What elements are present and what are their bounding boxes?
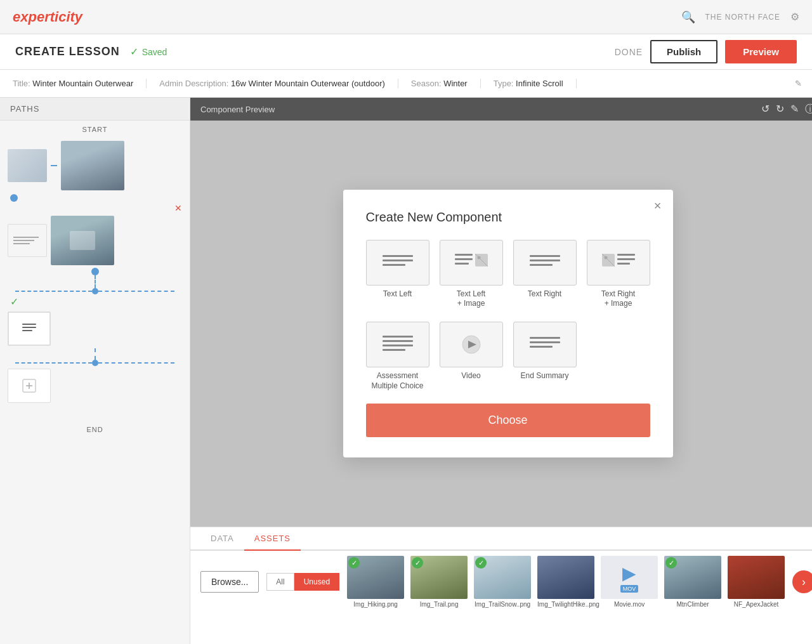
option-text-right-image-box (587, 240, 650, 286)
add-component-button[interactable] (8, 369, 51, 403)
publish-button[interactable]: Publish (650, 40, 717, 63)
filter-unused-button[interactable]: Unused (294, 573, 339, 591)
type-value: Infinite Scroll (516, 79, 563, 88)
meta-title: Title: Winter Mountain Outerwear (13, 79, 147, 88)
option-text-left-label: Text Left (383, 289, 412, 299)
help-icon[interactable]: ⓘ (805, 103, 812, 116)
choose-button[interactable]: Choose (366, 404, 650, 437)
option-end-summary[interactable]: End Summary (513, 322, 577, 391)
option-assessment[interactable]: AssessmentMultiple Choice (366, 322, 429, 391)
option-video[interactable]: Video (440, 322, 503, 391)
thumb-2b (51, 216, 114, 265)
asset-check-trail: ✓ (412, 557, 423, 568)
asset-mtnclimber[interactable]: ✓ MtnClimber (664, 556, 721, 608)
filter-buttons: All Unused (266, 573, 339, 591)
svg-rect-15 (530, 255, 560, 257)
asset-label-mtnclimber: MtnClimber (677, 601, 709, 608)
app-logo: experticity (13, 9, 82, 25)
asset-check-mtnclimber: ✓ (665, 557, 677, 568)
svg-point-20 (604, 256, 607, 259)
modal-close-button[interactable]: × (654, 199, 662, 213)
assets-next-button[interactable]: › (792, 570, 812, 593)
option-text-right-box (513, 240, 577, 286)
paths-sidebar: Paths START ✕ (0, 98, 190, 644)
paths-header: Paths (0, 98, 190, 121)
asset-movie[interactable]: ▶ MOV Movie.mov (601, 556, 658, 608)
brand-name: THE NORTH FACE (705, 13, 780, 22)
svg-rect-22 (617, 258, 635, 260)
header-left: CREATE LESSON ✓ Saved (15, 45, 167, 58)
modal-overlay: × Create New Component (190, 121, 812, 527)
title-label: Title: (13, 79, 30, 88)
top-nav: experticity 🔍 THE NORTH FACE ⚙ (0, 0, 812, 34)
preview-toolbar: Component Preview ↺ ↻ ✎ ⓘ (190, 98, 812, 121)
admin-value: 16w Winter Mountain Outerwear (outdoor) (231, 79, 385, 88)
page-title: CREATE LESSON (15, 45, 120, 58)
component-preview: Component Preview ↺ ↻ ✎ ⓘ × Create New C… (190, 98, 812, 644)
svg-rect-6 (383, 255, 413, 257)
admin-label: Admin Description: (159, 79, 228, 88)
title-value: Winter Mountain Outerwear (32, 79, 133, 88)
asset-hiking[interactable]: ✓ Img_Hiking.png (347, 556, 404, 608)
option-text-right[interactable]: Text Right (513, 240, 577, 309)
option-end-summary-box (513, 322, 577, 367)
redo-icon[interactable]: ↻ (776, 103, 784, 116)
svg-rect-27 (383, 349, 405, 351)
assets-panel: DATA ASSETS Browse... All Unused ✓ (190, 527, 812, 644)
delete-icon-1[interactable]: ✕ (174, 203, 182, 213)
preview-button[interactable]: Preview (725, 40, 797, 63)
svg-rect-26 (383, 345, 413, 346)
meta-admin: Admin Description: 16w Winter Mountain O… (147, 79, 398, 88)
option-assessment-box (366, 322, 429, 367)
component-3-icon[interactable] (8, 312, 51, 346)
edit-meta-icon[interactable]: ✎ (795, 79, 802, 88)
done-button[interactable]: DONE (615, 47, 643, 57)
tab-assets[interactable]: ASSETS (244, 527, 301, 551)
assets-scroll: ✓ Img_Hiking.png ✓ Img_Trail.png (347, 556, 785, 608)
gear-icon[interactable]: ⚙ (790, 11, 799, 23)
assets-tabs: DATA ASSETS (190, 527, 812, 551)
asset-trail[interactable]: ✓ Img_Trail.png (410, 556, 468, 608)
saved-badge: ✓ Saved (130, 46, 167, 58)
option-text-right-image[interactable]: Text Right+ Image (587, 240, 650, 309)
meta-season: Season: Winter (398, 79, 481, 88)
asset-trailsnow[interactable]: ✓ Img_TrailSnow..png (474, 556, 531, 608)
search-icon[interactable]: 🔍 (681, 10, 695, 24)
asset-twilighthike[interactable]: Img_TwilightHike..png (537, 556, 594, 608)
preview-area: × Create New Component (190, 121, 812, 527)
svg-rect-9 (455, 254, 473, 256)
asset-label-hiking: Img_Hiking.png (353, 601, 397, 608)
svg-rect-11 (455, 263, 469, 265)
option-text-left-image-label: Text Left+ Image (457, 289, 485, 309)
season-value: Winter (443, 79, 468, 88)
preview-title: Component Preview (200, 105, 275, 114)
svg-rect-17 (530, 264, 553, 266)
option-assessment-label: AssessmentMultiple Choice (372, 371, 424, 391)
filter-all-button[interactable]: All (266, 573, 294, 591)
option-text-left-image[interactable]: Text Left+ Image (440, 240, 503, 309)
end-label: END (0, 421, 190, 438)
paths-content: START ✕ (0, 121, 190, 644)
option-text-left-box (366, 240, 429, 286)
tab-data[interactable]: DATA (200, 527, 244, 551)
season-label: Season: (411, 79, 442, 88)
option-text-left[interactable]: Text Left (366, 240, 429, 309)
asset-apexjacket[interactable]: NF_ApexJacket (728, 556, 785, 608)
svg-rect-0 (22, 324, 36, 325)
edit-icon[interactable]: ✎ (790, 103, 799, 116)
asset-label-movie: Movie.mov (614, 601, 645, 608)
check-indicator: ✓ (10, 296, 18, 308)
asset-check-hiking: ✓ (348, 557, 360, 568)
type-label: Type: (494, 79, 514, 88)
browse-button[interactable]: Browse... (200, 571, 259, 593)
thumb-1b (61, 141, 124, 190)
asset-label-apexjacket: NF_ApexJacket (734, 601, 779, 608)
svg-rect-30 (530, 337, 560, 339)
asset-check-trailsnow: ✓ (475, 557, 487, 568)
svg-rect-23 (617, 263, 630, 265)
undo-icon[interactable]: ↺ (761, 103, 769, 116)
svg-rect-2 (22, 330, 32, 331)
asset-label-trail: Img_Trail.png (420, 601, 459, 608)
create-component-modal: × Create New Component (343, 190, 673, 457)
preview-toolbar-icons: ↺ ↻ ✎ ⓘ (761, 103, 812, 116)
